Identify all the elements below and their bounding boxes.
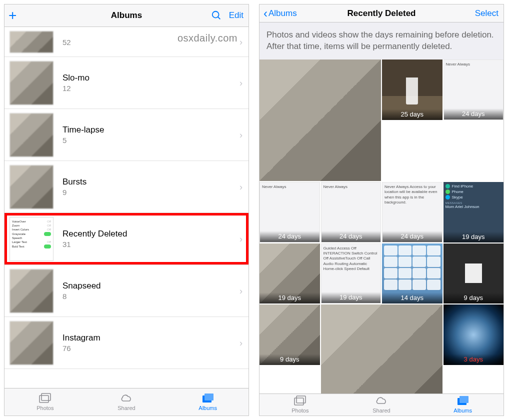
days-remaining: 3 days [444, 354, 504, 365]
chevron-right-icon: › [240, 286, 242, 296]
album-row[interactable]: Bursts9› [4, 161, 248, 213]
photo-cell[interactable]: Find iPhonePhoneSkypeMESSAGESMom Ariel J… [444, 182, 504, 242]
photo-cell[interactable]: 9 days [260, 304, 320, 365]
svg-rect-9 [460, 396, 468, 403]
album-thumb [10, 113, 54, 157]
days-remaining: 24 days [260, 231, 320, 242]
photo-cell[interactable]: 14 days [382, 244, 442, 304]
back-button[interactable]: ‹ Albums [264, 4, 297, 22]
svg-point-0 [212, 12, 218, 18]
svg-rect-7 [296, 396, 306, 403]
chevron-right-icon: › [240, 130, 242, 140]
album-count: 52 [62, 38, 71, 46]
album-thumb: VoiceOverOffZoomOffInvert ColorsOffGrays… [10, 217, 54, 261]
tab-photos[interactable]: Photos [4, 388, 86, 416]
tab-photos-label: Photos [292, 408, 308, 414]
page-title: Recently Deleted [348, 8, 416, 18]
album-name: Instagram [62, 333, 100, 343]
days-remaining: 24 days [322, 231, 381, 242]
days-remaining: 24 days [382, 231, 442, 242]
photo-cell[interactable] [321, 304, 442, 394]
tab-shared-label: Shared [118, 405, 135, 411]
album-count: 12 [62, 84, 90, 92]
tab-bar: Photos Shared Albums [260, 394, 504, 416]
tab-photos[interactable]: Photos [260, 394, 341, 416]
days-remaining: 19 days [444, 232, 504, 242]
chevron-right-icon: › [240, 36, 242, 47]
album-row[interactable]: Time-lapse5› [4, 109, 248, 161]
album-row[interactable]: Slo-mo12› [4, 57, 248, 109]
photo-cell[interactable]: Never Always24 days [260, 182, 320, 242]
album-count: 8 [62, 292, 101, 300]
album-name: Time-lapse [62, 125, 104, 135]
album-count: 76 [62, 344, 100, 352]
back-label: Albums [268, 8, 297, 18]
tab-shared[interactable]: Shared [86, 388, 168, 416]
chevron-right-icon: › [240, 234, 242, 244]
days-remaining: 14 days [382, 292, 442, 304]
svg-line-1 [218, 17, 220, 20]
chevron-right-icon: › [240, 78, 242, 88]
days-remaining: 25 days [382, 109, 442, 120]
photo-cell[interactable]: 9 days [444, 244, 504, 304]
album-name: Recently Deleted [62, 229, 127, 239]
album-thumb [10, 61, 54, 105]
edit-button[interactable]: Edit [229, 10, 244, 20]
albums-screen: + Albums Edit 52›Slo-mo12›Time-lapse5›Bu… [4, 4, 249, 416]
album-row[interactable]: VoiceOverOffZoomOffInvert ColorsOffGrays… [4, 213, 248, 265]
album-count: 9 [62, 188, 86, 196]
svg-rect-3 [42, 394, 50, 400]
chevron-left-icon: ‹ [264, 6, 268, 20]
photo-cell[interactable]: 19 days [260, 244, 320, 304]
album-row[interactable]: Instagram76› [4, 317, 248, 369]
photo-cell[interactable]: 25 days [382, 60, 442, 120]
album-list[interactable]: 52›Slo-mo12›Time-lapse5›Bursts9›VoiceOve… [4, 27, 248, 388]
days-remaining: 9 days [260, 354, 320, 365]
photo-cell[interactable]: Guided Access Off INTERACTION Switch Con… [321, 244, 382, 304]
photo-cell[interactable] [260, 60, 381, 181]
days-remaining: 9 days [444, 292, 504, 304]
tab-albums[interactable]: Albums [167, 388, 248, 416]
nav-bar: + Albums Edit [4, 4, 248, 27]
chevron-right-icon: › [240, 338, 242, 348]
svg-rect-2 [40, 396, 48, 402]
page-title: Albums [111, 10, 142, 20]
tab-albums[interactable]: Albums [422, 394, 504, 416]
album-thumb [10, 31, 54, 53]
photo-grid[interactable]: 25 daysNever Always24 daysNever Always24… [260, 60, 504, 394]
days-remaining: 19 days [322, 292, 381, 303]
photo-cell[interactable]: Never Always24 days [444, 60, 504, 120]
days-remaining: 19 days [260, 292, 320, 304]
nav-bar: ‹ Albums Recently Deleted Select [260, 4, 504, 22]
tab-albums-label: Albums [198, 405, 217, 411]
photo-cell[interactable]: Never Always Access to your location wil… [382, 182, 442, 242]
album-thumb [10, 321, 54, 365]
tab-shared[interactable]: Shared [341, 394, 422, 416]
album-count: 31 [62, 240, 127, 248]
tab-shared-label: Shared [372, 408, 390, 414]
chevron-right-icon: › [240, 182, 242, 192]
photo-cell[interactable]: Never Always24 days [321, 182, 382, 242]
search-icon[interactable] [211, 10, 222, 21]
album-row[interactable]: Snapseed8› [4, 265, 248, 317]
album-name: Snapseed [62, 281, 101, 291]
album-name: Slo-mo [62, 73, 90, 83]
tab-albums-label: Albums [454, 408, 472, 414]
tab-photos-label: Photos [36, 405, 54, 411]
recently-deleted-screen: ‹ Albums Recently Deleted Select Photos … [259, 4, 504, 416]
album-thumb [10, 165, 54, 209]
album-thumb [10, 269, 54, 313]
svg-rect-5 [204, 394, 214, 400]
select-button[interactable]: Select [475, 8, 498, 18]
svg-rect-6 [294, 398, 304, 405]
photo-cell[interactable]: 3 days [444, 304, 504, 365]
info-text: Photos and videos show the days remainin… [260, 22, 504, 60]
tab-bar: Photos Shared Albums [4, 388, 248, 416]
album-name: Bursts [62, 177, 86, 187]
album-row[interactable]: 52› [4, 27, 248, 57]
add-icon[interactable]: + [8, 8, 16, 22]
album-count: 5 [62, 136, 104, 144]
days-remaining: 24 days [444, 108, 504, 120]
